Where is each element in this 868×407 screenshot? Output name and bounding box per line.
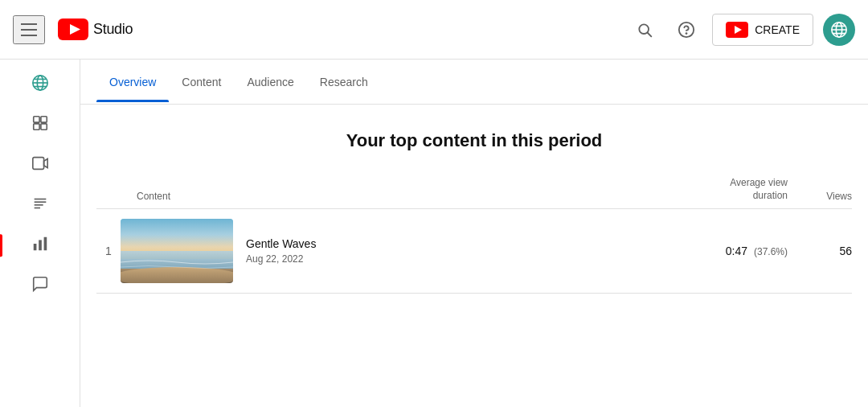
studio-wordmark: Studio	[93, 21, 133, 38]
svg-point-31	[121, 267, 233, 283]
tab-audience[interactable]: Audience	[234, 63, 306, 101]
row-avg-view-duration: 0:47 (37.6%)	[659, 245, 788, 257]
search-button[interactable]	[628, 14, 661, 46]
create-video-icon	[726, 22, 748, 38]
captions-icon	[31, 275, 49, 296]
globe-nav-icon	[31, 74, 49, 95]
sidebar-item-videos[interactable]	[0, 146, 80, 183]
sidebar-item-comments[interactable]	[0, 187, 80, 224]
analytics-icon	[31, 235, 49, 256]
table-header: Content Average view duration Views	[96, 171, 852, 209]
youtube-logo-icon	[58, 18, 88, 40]
videos-icon	[31, 154, 49, 175]
main-layout: Overview Content Audience Research Your …	[0, 60, 868, 407]
sidebar-item-analytics[interactable]	[0, 227, 80, 264]
help-icon	[678, 21, 695, 39]
svg-rect-26	[33, 244, 36, 250]
sidebar-item-globe[interactable]	[0, 66, 80, 103]
comments-icon	[31, 195, 49, 216]
content-area: Overview Content Audience Research Your …	[80, 60, 868, 407]
create-button[interactable]: CREATE	[712, 14, 813, 46]
row-info: Gentle Waves Aug 22, 2022	[246, 237, 659, 265]
sidebar	[0, 60, 80, 407]
row-thumbnail[interactable]	[121, 219, 233, 283]
menu-button[interactable]	[13, 15, 45, 44]
logo-area: Studio	[58, 18, 133, 40]
header-left: Studio	[13, 15, 628, 44]
svg-rect-16	[33, 117, 39, 122]
tab-content[interactable]: Content	[169, 63, 234, 101]
thumbnail-image	[121, 219, 233, 283]
dashboard-icon	[31, 114, 49, 135]
header-right: CREATE	[628, 14, 855, 46]
search-icon	[637, 22, 653, 38]
row-rank: 1	[96, 245, 121, 257]
svg-rect-20	[32, 158, 43, 170]
col-avg-view-header: Average view duration	[659, 177, 788, 202]
table-row: 1	[96, 209, 852, 294]
sidebar-item-captions[interactable]	[0, 267, 80, 304]
account-avatar[interactable]	[823, 14, 855, 46]
row-avg-view-pct: (37.6%)	[754, 246, 788, 257]
thumbnail-svg	[121, 219, 233, 283]
row-views: 56	[788, 245, 852, 257]
svg-rect-19	[40, 124, 46, 130]
svg-rect-28	[43, 237, 47, 251]
globe-icon	[830, 21, 848, 39]
sidebar-item-dashboard[interactable]	[0, 106, 80, 143]
section-title: Your top content in this period	[80, 105, 868, 171]
tab-research[interactable]: Research	[307, 63, 381, 101]
svg-rect-18	[33, 124, 39, 130]
row-title: Gentle Waves	[246, 237, 659, 250]
tab-overview[interactable]: Overview	[96, 63, 169, 101]
help-button[interactable]	[670, 14, 702, 46]
col-content-header: Content	[137, 191, 659, 202]
tabs-bar: Overview Content Audience Research	[80, 60, 868, 105]
svg-rect-27	[39, 240, 42, 250]
svg-marker-21	[43, 159, 47, 168]
row-date: Aug 22, 2022	[246, 253, 659, 265]
table-wrapper: Content Average view duration Views 1	[80, 171, 868, 294]
svg-line-3	[648, 32, 652, 36]
col-views-header: Views	[788, 191, 852, 202]
header: Studio CREATE	[0, 0, 868, 60]
svg-rect-17	[40, 117, 46, 122]
create-button-label: CREATE	[755, 23, 800, 36]
